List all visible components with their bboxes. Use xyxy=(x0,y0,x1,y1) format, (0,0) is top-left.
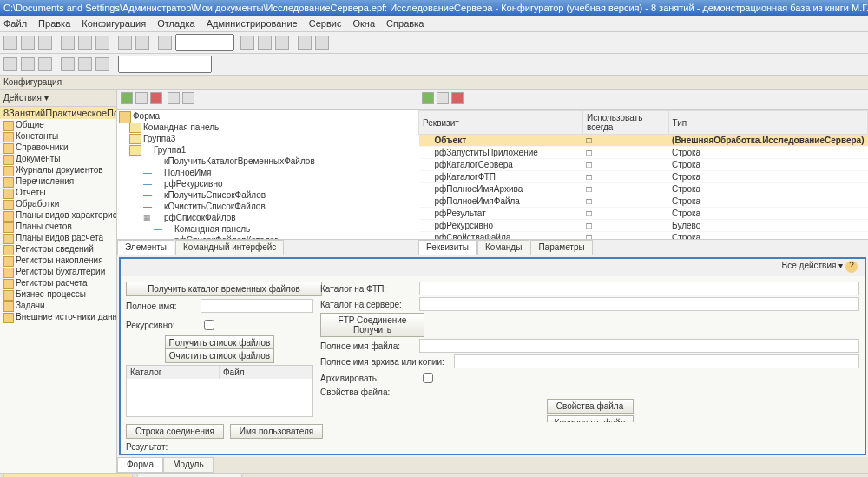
align-left-icon[interactable] xyxy=(61,57,75,71)
save-icon[interactable] xyxy=(38,36,52,50)
menu-service[interactable]: Сервис xyxy=(309,18,342,29)
file-props-button[interactable]: Свойства файла xyxy=(547,399,634,414)
style-combo[interactable] xyxy=(118,56,212,73)
menu-help[interactable]: Справка xyxy=(386,18,424,29)
redo-icon[interactable] xyxy=(135,36,149,50)
attribute-row[interactable]: рфРекурсивно□Булево xyxy=(419,220,868,232)
bold-icon[interactable] xyxy=(21,57,35,71)
menu-config[interactable]: Конфигурация xyxy=(82,18,146,29)
find-input[interactable] xyxy=(175,34,234,51)
undo-icon[interactable] xyxy=(118,36,132,50)
archive-checkbox[interactable] xyxy=(423,373,433,383)
debug-icon[interactable] xyxy=(258,36,272,50)
up-icon[interactable] xyxy=(168,92,180,104)
add-icon[interactable] xyxy=(422,92,434,104)
clear-file-list-button[interactable]: Очистить список файлов xyxy=(165,348,274,363)
username-button[interactable]: Имя пользователя xyxy=(230,424,324,439)
run-icon[interactable] xyxy=(240,36,254,50)
tab-parameters[interactable]: Параметры xyxy=(530,240,592,255)
elements-tree[interactable]: Форма Командная панель Группа3 Группа1 к… xyxy=(117,110,418,239)
attribute-row[interactable]: рфКаталогФТП□Строка xyxy=(419,171,868,183)
delete-icon[interactable] xyxy=(150,92,162,104)
open-icon[interactable] xyxy=(21,36,35,50)
config-tree-item[interactable]: Планы счетов xyxy=(0,221,116,232)
connection-string-button[interactable]: Строка соединения xyxy=(126,424,224,439)
tree-node: кПолучитьСписокФайлов xyxy=(117,189,418,201)
tab-attributes[interactable]: Реквизиты xyxy=(418,240,477,255)
ftp-catalog-input[interactable] xyxy=(419,282,859,295)
config-tree-item[interactable]: Константы xyxy=(0,130,116,142)
attribute-row[interactable]: Объект□(ВнешняяОбработка.ИсследованиеСер… xyxy=(419,135,868,147)
file-fullname-input[interactable] xyxy=(419,339,859,353)
italic-icon[interactable] xyxy=(38,57,52,71)
attribute-row[interactable]: рфПолноеИмяАрхива□Строка xyxy=(419,183,868,195)
down-icon[interactable] xyxy=(182,92,194,104)
fullname-input[interactable] xyxy=(201,299,313,313)
edit-icon[interactable] xyxy=(135,92,148,104)
stop-icon[interactable] xyxy=(275,36,289,50)
font-icon[interactable] xyxy=(3,57,17,71)
align-center-icon[interactable] xyxy=(78,57,92,71)
menu-debug[interactable]: Отладка xyxy=(157,18,194,29)
config-tree-item[interactable]: Перечисления xyxy=(0,176,116,187)
menu-windows[interactable]: Окна xyxy=(352,18,375,29)
config-tree-item[interactable]: Общие xyxy=(0,119,116,130)
config-tree-item[interactable]: Документы xyxy=(0,153,116,164)
config-tree-item[interactable]: Журналы документов xyxy=(0,164,116,176)
config-tree-item[interactable]: Регистры расчета xyxy=(0,277,116,288)
syntax-icon[interactable] xyxy=(298,36,312,50)
config-tree-item[interactable]: Регистры накопления xyxy=(0,255,116,266)
delete-icon[interactable] xyxy=(451,92,464,104)
menu-edit[interactable]: Правка xyxy=(38,18,70,29)
cut-icon[interactable] xyxy=(61,36,75,50)
server-catalog-input[interactable] xyxy=(419,297,859,311)
config-tree-item[interactable]: Задачи xyxy=(0,300,116,311)
config-root[interactable]: 8ЗанятийПрактическоеПособиеРазработч xyxy=(0,107,116,119)
get-temp-catalog-button[interactable]: Получить каталог временных файлов xyxy=(126,282,322,296)
tab-command-interface[interactable]: Командный интерфейс xyxy=(175,240,284,255)
taskbar-item[interactable]: ИсследованиеСервера.epf ... xyxy=(3,474,133,477)
menu-file[interactable]: Файл xyxy=(3,18,27,29)
attribute-row[interactable]: рфЗапуститьПриложение□Строка xyxy=(419,147,868,159)
paste-icon[interactable] xyxy=(95,36,109,50)
attribute-row[interactable]: рфПолноеИмяФайла□Строка xyxy=(419,195,868,208)
config-tree-item[interactable]: Обработки xyxy=(0,198,116,209)
config-tree-item[interactable]: Регистры бухгалтерии xyxy=(0,266,116,277)
align-right-icon[interactable] xyxy=(95,57,109,71)
all-actions-button[interactable]: Все действия ▾ xyxy=(782,261,844,270)
tab-elements[interactable]: Элементы xyxy=(117,240,174,255)
new-icon[interactable] xyxy=(3,36,17,50)
help-icon[interactable] xyxy=(315,36,329,50)
copy-file-button[interactable]: Копировать файл xyxy=(547,415,634,422)
tab-commands[interactable]: Команды xyxy=(477,240,529,255)
tab-module[interactable]: Модуль xyxy=(163,457,213,473)
config-tree-item[interactable]: Внешние источники данных xyxy=(0,311,116,322)
find-icon[interactable] xyxy=(158,36,172,50)
tree-node: Группа1 xyxy=(117,144,418,156)
config-tree-item[interactable]: Справочники xyxy=(0,142,116,153)
attribute-row[interactable]: рфКаталогСервера□Строка xyxy=(419,159,868,171)
edit-icon[interactable] xyxy=(437,92,449,104)
menu-admin[interactable]: Администрирование xyxy=(207,18,298,29)
file-list[interactable]: КаталогФайл xyxy=(126,365,313,417)
ftp-get-button[interactable]: FTP Соединение Получить xyxy=(320,313,424,337)
taskbar-item[interactable]: ИсследованиеСервера xyxy=(137,474,242,477)
attribute-row[interactable]: рфРезультат□Строка xyxy=(419,208,868,220)
attribute-row[interactable]: рфСвойстваФайла□Строка xyxy=(419,232,868,240)
config-tree-item[interactable]: Бизнес-процессы xyxy=(0,288,116,300)
config-tree-item[interactable]: Планы видов характеристик xyxy=(0,209,116,221)
label-result: Результат: xyxy=(126,442,859,452)
add-icon[interactable] xyxy=(121,92,133,104)
config-actions[interactable]: Действия ▾ xyxy=(0,90,116,107)
copy-icon[interactable] xyxy=(78,36,92,50)
window-title: C:\Documents and Settings\Администратор\… xyxy=(3,0,868,16)
attributes-grid[interactable]: Реквизит Использовать всегда Тип Объект□… xyxy=(418,110,868,239)
tree-node: рфРекурсивно xyxy=(117,178,418,189)
recursive-checkbox[interactable] xyxy=(204,320,214,330)
tab-form[interactable]: Форма xyxy=(117,457,163,473)
archive-name-input[interactable] xyxy=(454,354,859,368)
help-icon[interactable]: ? xyxy=(845,261,858,273)
config-tree-item[interactable]: Регистры сведений xyxy=(0,243,116,255)
config-tree-item[interactable]: Отчеты xyxy=(0,187,116,198)
config-tree-item[interactable]: Планы видов расчета xyxy=(0,232,116,243)
